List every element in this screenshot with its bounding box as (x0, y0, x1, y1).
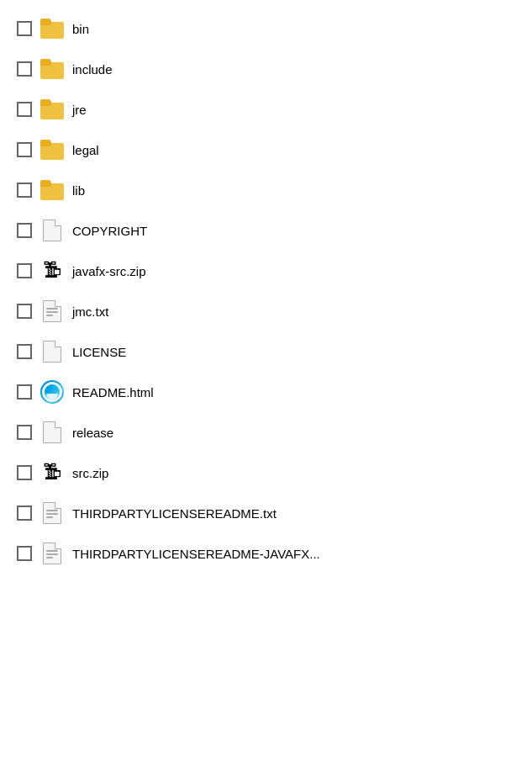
checkbox-thirdparty-readme-javafx[interactable] (17, 546, 32, 561)
folder-icon (40, 180, 64, 200)
checkbox-copyright[interactable] (17, 223, 32, 238)
file-icon (43, 220, 61, 241)
list-item: bin (0, 8, 532, 49)
checkbox-include[interactable] (17, 61, 32, 77)
list-item: lib (0, 170, 532, 210)
checkbox-thirdparty-readme[interactable] (17, 506, 32, 521)
file-name-thirdparty-readme: THIRDPARTYLICENSEREADME.txt (72, 506, 277, 521)
text-file-icon (43, 543, 61, 564)
file-name-thirdparty-readme-javafx: THIRDPARTYLICENSEREADME-JAVAFX... (72, 547, 320, 561)
list-item: THIRDPARTYLICENSEREADME-JAVAFX... (0, 533, 532, 574)
checkbox-release[interactable] (17, 425, 32, 440)
checkbox-jmc-txt[interactable] (17, 304, 32, 319)
list-item: legal (0, 130, 532, 170)
file-icon (43, 341, 61, 363)
list-item: jre (0, 89, 532, 130)
text-file-icon (43, 502, 61, 524)
file-name-release: release (72, 426, 113, 440)
file-name-readme-html: README.html (72, 385, 154, 400)
checkbox-jre[interactable] (17, 102, 32, 117)
folder-icon (40, 59, 64, 79)
list-item: THIRDPARTYLICENSEREADME.txt (0, 493, 532, 533)
file-name-bin: bin (72, 22, 89, 36)
file-name-javafx-src-zip: javafx-src.zip (72, 264, 146, 278)
file-name-jre: jre (72, 103, 87, 117)
checkbox-src-zip[interactable] (17, 465, 32, 480)
checkbox-javafx-src-zip[interactable] (17, 263, 32, 278)
file-name-jmc-txt: jmc.txt (72, 304, 108, 319)
edge-icon (40, 380, 64, 404)
text-file-icon (43, 300, 61, 322)
list-item: jmc.txt (0, 291, 532, 331)
checkbox-bin[interactable] (17, 21, 32, 36)
zip-icon: 🗜 (40, 461, 64, 484)
list-item: release (0, 412, 532, 453)
list-item: include (0, 49, 532, 89)
list-item: COPYRIGHT (0, 210, 532, 251)
folder-icon (40, 19, 64, 39)
file-name-license: LICENSE (72, 345, 126, 359)
checkbox-legal[interactable] (17, 142, 32, 157)
file-list: binincludejrelegallibCOPYRIGHT🗜javafx-sr… (0, 0, 532, 582)
list-item: 🗜javafx-src.zip (0, 251, 532, 291)
file-icon (43, 421, 61, 443)
checkbox-readme-html[interactable] (17, 384, 32, 400)
folder-icon (40, 99, 64, 119)
file-name-include: include (72, 62, 113, 77)
file-name-src-zip: src.zip (72, 466, 108, 480)
file-name-legal: legal (72, 143, 99, 157)
list-item: README.html (0, 372, 532, 412)
folder-icon (40, 140, 64, 160)
checkbox-license[interactable] (17, 344, 32, 359)
zip-icon: 🗜 (40, 259, 64, 283)
list-item: LICENSE (0, 331, 532, 372)
list-item: 🗜src.zip (0, 453, 532, 493)
file-name-copyright: COPYRIGHT (72, 224, 147, 238)
checkbox-lib[interactable] (17, 183, 32, 198)
file-name-lib: lib (72, 183, 85, 198)
